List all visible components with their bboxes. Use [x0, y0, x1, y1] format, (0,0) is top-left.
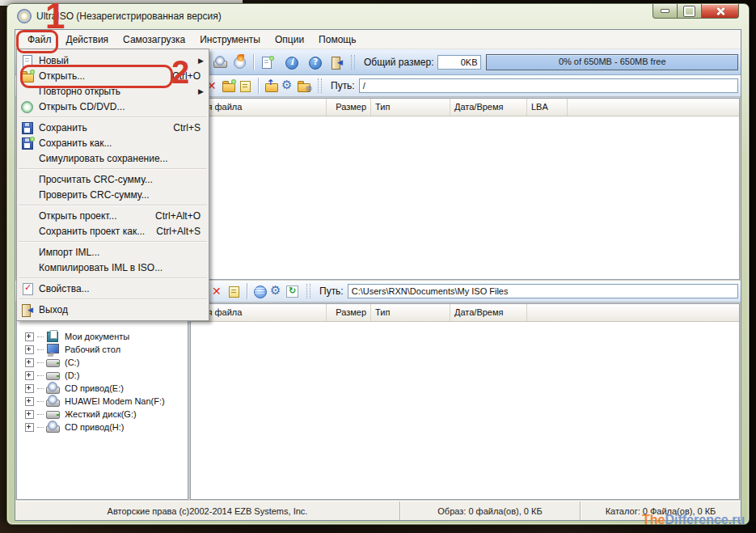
menu-item-import-iml[interactable]: Импорт IML... [17, 244, 209, 260]
column-type[interactable]: Тип [371, 304, 450, 321]
info-icon[interactable] [284, 55, 300, 70]
delete-icon[interactable] [209, 284, 226, 298]
close-button[interactable] [702, 4, 739, 19]
menu-file[interactable]: Файл [20, 31, 59, 49]
menu-item-open-project[interactable]: Открыть проект... Ctrl+Alt+O [17, 208, 209, 223]
column-size[interactable]: Размер [327, 304, 371, 321]
menu-separator [19, 298, 207, 299]
menu-item-calc-crc[interactable]: Просчитать CRC-сумму... [17, 171, 209, 187]
help-icon[interactable] [307, 55, 323, 70]
menu-separator [19, 241, 207, 242]
settings-gear-icon[interactable] [280, 78, 296, 93]
menu-item-verify-crc[interactable]: Проверить CRC-сумму... [17, 187, 209, 202]
window-title: UltraISO (Незарегистрированная версия) [36, 11, 222, 22]
expand-icon[interactable] [25, 397, 34, 406]
column-filler [568, 99, 739, 116]
browse-icon[interactable] [252, 284, 268, 298]
tree-item-cd-e[interactable]: CD привод(E:) [17, 382, 188, 395]
cd-folder-icon[interactable]: ◎ [296, 78, 312, 93]
tree-item-cd-h[interactable]: CD привод(H:) [17, 421, 188, 434]
settings-gear-icon[interactable] [268, 284, 285, 298]
column-datetime[interactable]: Дата/Время [450, 304, 527, 321]
local-list-body[interactable] [191, 322, 739, 499]
menu-item-reopen[interactable]: Повторно открыть ▶ [17, 83, 209, 99]
menu-separator [19, 277, 207, 278]
menu-options[interactable]: Опции [268, 31, 311, 49]
menu-item-new[interactable]: Новый ▶ [17, 53, 209, 68]
iso-list-body[interactable] [191, 116, 739, 279]
local-file-list: Имя файла Размер Тип Дата/Время [190, 303, 740, 500]
file-menu-dropdown: Новый ▶ Открыть... Ctrl+O Повторно откры… [16, 49, 209, 321]
local-tree-panel: Мои документы Рабочий стол (C:) (D:) [16, 303, 188, 500]
toolbar-gripper[interactable] [351, 55, 355, 70]
total-size-field: 0KB [437, 55, 481, 70]
expand-icon[interactable] [25, 371, 34, 380]
menu-item-exit[interactable]: Выход [17, 302, 209, 317]
toolbar-separator [253, 54, 254, 70]
toolbar-separator [258, 78, 259, 94]
menu-bootable[interactable]: Самозагрузка [116, 31, 192, 49]
tree-item-drive-c[interactable]: (C:) [17, 356, 188, 369]
menu-item-save-as[interactable]: Сохранить как... [17, 135, 209, 150]
tree-item-drive-d[interactable]: (D:) [17, 369, 188, 382]
column-filename[interactable]: Имя файла [191, 99, 327, 116]
expand-icon[interactable] [25, 332, 34, 341]
menu-bar: Файл Действия Самозагрузка Инструменты О… [15, 30, 741, 49]
column-filename[interactable]: Имя файла [191, 304, 327, 321]
maximize-icon [684, 6, 695, 16]
minimize-button[interactable] [653, 4, 678, 19]
local-path-label: Путь: [319, 286, 344, 297]
rename-icon[interactable] [237, 78, 253, 93]
menu-item-compile-iml[interactable]: Компилировать IML в ISO... [17, 260, 209, 275]
menu-item-open-cd[interactable]: Открыть CD/DVD... [17, 99, 209, 114]
tree-item-documents[interactable]: Мои документы [17, 330, 188, 343]
properties-icon [19, 281, 36, 296]
submenu-arrow-icon: ▶ [198, 57, 209, 65]
tree-item-modem-f[interactable]: HUAWEI Modem Nan(F:) [17, 395, 188, 408]
new-folder-icon[interactable] [221, 78, 237, 93]
column-size[interactable]: Размер [327, 99, 371, 116]
iso-path-field[interactable]: / [359, 78, 738, 93]
expand-icon[interactable] [25, 384, 34, 393]
menu-item-open[interactable]: Открыть... Ctrl+O [17, 68, 209, 83]
menu-item-simulate-save[interactable]: Симулировать сохранение... [17, 150, 209, 166]
menu-item-properties[interactable]: Свойства... [17, 281, 209, 296]
iso-path-label: Путь: [331, 80, 355, 91]
title-bar[interactable]: UltraISO (Незарегистрированная версия) [7, 4, 749, 28]
menu-actions[interactable]: Действия [59, 31, 116, 49]
close-icon [716, 6, 725, 16]
tree-item-drive-g[interactable]: Жесткий диск(G:) [17, 408, 188, 421]
refresh-icon[interactable] [285, 284, 301, 298]
app-icon [17, 9, 32, 23]
menu-help[interactable]: Помощь [311, 31, 363, 49]
cd-drive-icon [45, 420, 61, 434]
status-image-info: Образ: 0 файла(ов), 0 КБ [400, 501, 581, 520]
maximize-button[interactable] [678, 4, 702, 19]
tree-item-desktop[interactable]: Рабочий стол [17, 343, 188, 356]
toolbar-gripper[interactable] [306, 284, 310, 298]
new-document-icon[interactable] [259, 55, 275, 70]
toolbar-separator [247, 283, 247, 299]
menu-item-save[interactable]: Сохранить Ctrl+S [17, 120, 209, 135]
burn-disc-icon[interactable] [232, 55, 248, 70]
column-lba[interactable]: LBA [527, 99, 568, 116]
column-datetime[interactable]: Дата/Время [450, 99, 527, 116]
toolbar-gripper[interactable] [318, 78, 322, 93]
menu-item-save-project-as[interactable]: Сохранить проект как... Ctrl+Alt+S [17, 223, 209, 239]
status-copyright: Авторские права (c)2002-2014 EZB Systems… [15, 501, 400, 520]
menu-tools[interactable]: Инструменты [192, 31, 268, 49]
rename-icon[interactable] [226, 284, 242, 298]
expand-icon[interactable] [25, 423, 34, 432]
extract-icon[interactable] [264, 78, 280, 93]
minimize-icon [661, 9, 669, 13]
local-panel: Мои документы Рабочий стол (C:) (D:) [15, 302, 741, 501]
column-type[interactable]: Тип [371, 99, 450, 116]
local-path-field[interactable]: C:\Users\RXN\Documents\My ISO Files [348, 284, 738, 298]
cd-burner-icon[interactable] [213, 55, 229, 70]
expand-icon[interactable] [25, 358, 34, 367]
exit-door-icon[interactable] [329, 55, 345, 70]
expand-icon[interactable] [25, 345, 34, 354]
window-controls [653, 4, 739, 19]
submenu-arrow-icon: ▶ [198, 87, 209, 95]
expand-icon[interactable] [25, 410, 34, 419]
